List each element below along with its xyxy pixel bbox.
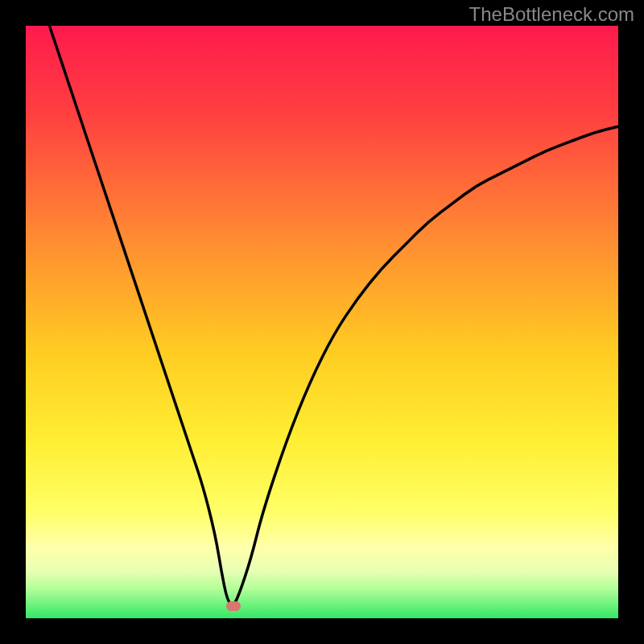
optimal-marker <box>226 601 241 611</box>
chart-frame <box>26 26 618 618</box>
watermark-text: TheBottleneck.com <box>469 3 634 26</box>
bottleneck-curve <box>26 26 618 618</box>
